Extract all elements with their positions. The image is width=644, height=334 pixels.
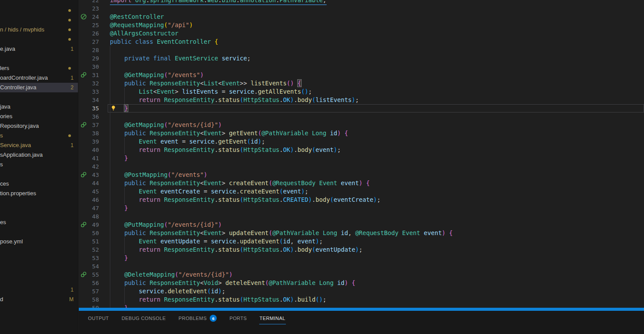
code-line[interactable]: 28 — [79, 46, 644, 54]
terminal-content[interactable]: josepino@josepino:~/Desktop/HIDS/hids/mv… — [81, 327, 644, 334]
panel-tab-debug-console[interactable]: DEBUG CONSOLE — [121, 311, 166, 324]
code-line[interactable]: 44 public ResponseEntity<Event> createEv… — [79, 179, 644, 187]
explorer-item[interactable] — [0, 6, 78, 15]
explorer-item[interactable] — [0, 198, 78, 208]
code-text: public ResponseEntity<Void> deteleEvent(… — [110, 279, 355, 287]
explorer-item[interactable]: es — [0, 218, 78, 227]
explorer-item[interactable] — [0, 246, 78, 256]
panel-tab-output[interactable]: OUTPUT — [88, 311, 109, 324]
explorer-item[interactable] — [0, 275, 78, 285]
explorer-item[interactable]: 1 — [0, 285, 78, 295]
explorer-item[interactable]: Repository.java — [0, 121, 78, 131]
explorer-item[interactable]: n / hids / mvphids — [0, 25, 78, 35]
code-text: @GetMapping("/events/{id}") — [110, 121, 222, 129]
code-text: @GetMapping("/events") — [110, 71, 204, 79]
git-badge: M — [69, 295, 74, 304]
code-line[interactable]: 57 service.deleteEvent(id); — [79, 287, 644, 295]
code-line[interactable]: 47 } — [79, 204, 644, 212]
code-text: public ResponseEntity<Event> getEvent(@P… — [110, 129, 348, 137]
code-line[interactable]: 33 List<Event> listEvents = service.getA… — [79, 88, 644, 96]
code-line[interactable]: 25@RequestMapping("/api") — [79, 21, 644, 29]
code-line[interactable]: 54 — [79, 262, 644, 271]
code-line[interactable]: 38 public ResponseEntity<Event> getEvent… — [79, 129, 644, 137]
code-line[interactable]: 31 @GetMapping("/events") — [79, 71, 644, 79]
line-number: 36 — [79, 113, 99, 121]
explorer-item[interactable] — [0, 169, 78, 179]
code-text: private final EventService service; — [110, 54, 250, 63]
code-line[interactable]: 52 return ResponseEntity.status(HttpStat… — [79, 246, 644, 254]
code-editor[interactable]: 22import org.springframework.web.bind.an… — [79, 0, 644, 308]
code-line[interactable]: 42 — [79, 162, 644, 171]
code-line[interactable]: 59 } — [79, 304, 644, 308]
line-number: 37 — [79, 121, 99, 129]
git-modified-dot — [68, 67, 71, 70]
code-line[interactable]: 30 — [79, 63, 644, 71]
explorer-item[interactable] — [0, 266, 78, 275]
line-number: 49 — [79, 221, 99, 229]
explorer-item[interactable] — [0, 92, 78, 102]
vscode-window: n / hids / mvphidse.java1lersoardControl… — [0, 0, 644, 334]
code-text: Event eventCreate = service.createEvent(… — [110, 187, 308, 196]
explorer-item[interactable]: dM — [0, 295, 78, 304]
code-line[interactable]: 50 public ResponseEntity<Event> updateEv… — [79, 229, 644, 237]
code-line[interactable]: 56 public ResponseEntity<Void> deteleEve… — [79, 279, 644, 287]
explorer-item[interactable]: tion.properties — [0, 189, 78, 198]
code-line[interactable]: 32 public ResponseEntity<List<Event>> li… — [79, 79, 644, 88]
explorer-item[interactable] — [0, 15, 78, 25]
code-line[interactable]: 43 @PostMapping("/events") — [79, 171, 644, 179]
code-line[interactable]: 36 — [79, 113, 644, 121]
explorer-item[interactable]: s — [0, 131, 78, 141]
panel-tab-problems[interactable]: PROBLEMS6 — [178, 311, 217, 324]
panel-tab-terminal[interactable]: TERMINAL — [259, 311, 286, 324]
code-line[interactable]: 40 return ResponseEntity.status(HttpStat… — [79, 146, 644, 154]
explorer-item[interactable]: e.java1 — [0, 44, 78, 54]
code-line[interactable]: 51 Event eventUpdate = service.updateEve… — [79, 237, 644, 246]
code-line[interactable]: 24@RestController — [79, 13, 644, 21]
explorer-item-label: d — [0, 295, 3, 304]
code-line[interactable]: 27public class EventController { — [79, 38, 644, 46]
code-line[interactable]: 35 } — [79, 104, 644, 113]
code-line[interactable]: 48 — [79, 212, 644, 221]
code-line[interactable]: 45 Event eventCreate = service.createEve… — [79, 187, 644, 196]
code-line[interactable]: 22import org.springframework.web.bind.an… — [79, 0, 644, 4]
explorer-item[interactable] — [0, 208, 78, 218]
explorer-item[interactable]: ces — [0, 179, 78, 189]
code-text: Event event = service.getEvent(id); — [110, 137, 265, 146]
code-line[interactable]: 46 return ResponseEntity.status(HttpStat… — [79, 196, 644, 204]
line-number: 25 — [79, 21, 99, 29]
explorer-item[interactable]: lers — [0, 63, 78, 73]
explorer-item[interactable]: Controller.java2 — [0, 83, 78, 92]
code-line[interactable]: 34 return ResponseEntity.status(HttpStat… — [79, 96, 644, 104]
code-line[interactable]: 26@AllArgsConstructor — [79, 29, 644, 38]
line-number: 48 — [79, 212, 99, 221]
line-number: 28 — [79, 46, 99, 54]
line-number: 33 — [79, 88, 99, 96]
code-line[interactable]: 49 @PutMapping("/events/{id}") — [79, 221, 644, 229]
code-line[interactable]: 58 return ResponseEntity.status(HttpStat… — [79, 295, 644, 304]
line-number: 38 — [79, 129, 99, 137]
explorer-item[interactable]: Service.java1 — [0, 141, 78, 150]
panel-resize-sash[interactable] — [79, 308, 644, 311]
explorer-item[interactable]: s — [0, 160, 78, 169]
code-line[interactable]: 41 } — [79, 154, 644, 162]
code-line[interactable]: 23 — [79, 4, 644, 13]
explorer-item[interactable]: oardController.java1 — [0, 73, 78, 83]
line-number: 57 — [79, 287, 99, 295]
explorer-item[interactable]: sApplication.java — [0, 150, 78, 160]
code-line[interactable]: 55 @DeleteMapping("/events/{id}") — [79, 271, 644, 279]
code-line[interactable]: 39 Event event = service.getEvent(id); — [79, 137, 644, 146]
explorer-item[interactable] — [0, 256, 78, 266]
code-text: return ResponseEntity.status(HttpStatus.… — [110, 295, 327, 304]
explorer-item[interactable] — [0, 54, 78, 63]
explorer-item[interactable] — [0, 35, 78, 44]
code-line[interactable]: 29 private final EventService service; — [79, 54, 644, 63]
git-badge: 2 — [70, 83, 74, 92]
explorer-item[interactable] — [0, 227, 78, 237]
explorer-item[interactable]: pose.yml — [0, 237, 78, 246]
explorer-item[interactable]: java — [0, 102, 78, 112]
panel-tab-ports[interactable]: PORTS — [229, 311, 247, 324]
code-line[interactable]: 53 } — [79, 254, 644, 262]
explorer-item[interactable]: ories — [0, 112, 78, 121]
line-number: 35 — [79, 104, 99, 113]
code-line[interactable]: 37 @GetMapping("/events/{id}") — [79, 121, 644, 129]
